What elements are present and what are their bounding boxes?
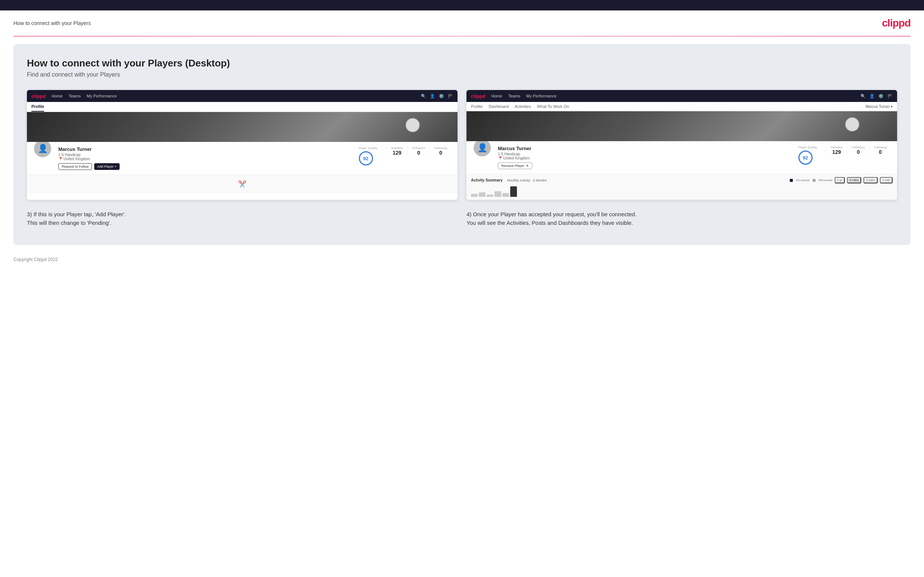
nav-icons-1: 🔍 👤 ⚙️ 🏴 (421, 94, 453, 98)
tab-profile-1[interactable]: Profile (31, 102, 44, 112)
quality-wrapper-1: Player Quality 92 (356, 147, 381, 166)
tabs-right-user-2[interactable]: Marcus Turner ▾ (866, 105, 893, 109)
bar-1 (471, 194, 478, 197)
profile-handicap-1: 1-5 Handicap (58, 153, 350, 157)
nav-home-1[interactable]: Home (52, 94, 62, 98)
flag-icon-1[interactable]: 🏴 (448, 94, 453, 98)
legend-offcourse (813, 179, 816, 182)
flag-icon-2[interactable]: 🏴 (887, 94, 893, 98)
hero-banner-2 (467, 111, 897, 141)
request-follow-button-1[interactable]: Request to Follow (58, 163, 92, 170)
tab-profile-2[interactable]: Profile (471, 102, 483, 111)
footer: Copyright Clippd 2022 (0, 253, 924, 267)
quality-label-1: Player Quality (359, 147, 378, 150)
caption-4-text: 4) Once your Player has accepted your re… (467, 211, 636, 226)
header-divider (13, 36, 911, 37)
stats-row-1: Activities 129 Followers 0 Following 0 (386, 147, 452, 156)
location-icon-1: 📍 (58, 157, 63, 161)
legend: On course Off course (790, 179, 832, 182)
filter-3mths[interactable]: 3 mths (863, 177, 878, 184)
bar-3 (487, 195, 493, 197)
remove-player-button-2[interactable]: Remove Player ✕ (498, 163, 532, 169)
nav-teams-1[interactable]: Teams (69, 94, 81, 98)
bar-4 (494, 191, 501, 197)
profile-location-2: 📍 United Kingdom (498, 156, 790, 160)
app-logo-2: clippd (471, 93, 485, 99)
profile-buttons-2: Remove Player ✕ (498, 163, 790, 169)
profile-buttons-1: Request to Follow Add Player + (58, 163, 350, 170)
activity-summary: Activity Summary Monthly Activity · 6 Mo… (467, 174, 897, 200)
caption-3-text: 3) If this is your Player tap, 'Add Play… (27, 211, 126, 226)
avatar-icon-2: 👤 (477, 143, 488, 153)
caption-4: 4) Once your Player has accepted your re… (467, 210, 897, 227)
app-logo-1: clippd (31, 93, 45, 99)
app-nav-1: clippd Home Teams My Performance 🔍 👤 ⚙️ … (27, 90, 457, 102)
settings-icon-2[interactable]: ⚙️ (879, 94, 884, 98)
nav-icons-2: 🔍 👤 ⚙️ 🏴 (861, 94, 893, 98)
location-icon-2: 📍 (498, 156, 502, 160)
search-icon-2[interactable]: 🔍 (861, 94, 866, 98)
add-player-button-1[interactable]: Add Player + (94, 163, 120, 170)
app-nav-2: clippd Home Teams My Performance 🔍 👤 ⚙️ … (467, 90, 897, 102)
stat-activities-1: Activities 129 (386, 147, 407, 156)
activity-filters: On course Off course 1 yr 6 mths 3 mths … (790, 177, 893, 184)
header-title: How to connect with your Players (13, 20, 91, 26)
stat-following-2: Following 0 (869, 146, 891, 155)
quality-label-2: Player Quality (798, 146, 817, 149)
profile-handicap-2: 1-5 Handicap (498, 152, 790, 156)
quality-circle-1: 92 (359, 151, 373, 166)
remove-icon-2: ✕ (526, 164, 529, 168)
quality-circle-2: 92 (798, 150, 813, 165)
screenshots-row: clippd Home Teams My Performance 🔍 👤 ⚙️ … (27, 90, 897, 200)
stat-followers-1: Followers 0 (407, 147, 430, 156)
activity-header: Activity Summary Monthly Activity · 6 Mo… (471, 177, 893, 184)
stat-followers-2: Followers 0 (847, 146, 869, 155)
avatar-icon-1: 👤 (38, 144, 48, 153)
main-content: How to connect with your Players (Deskto… (13, 44, 911, 245)
filter-6mths[interactable]: 6 mths (847, 177, 861, 184)
bar-6 (510, 186, 517, 197)
nav-myperformance-2[interactable]: My Performance (526, 94, 557, 98)
activity-chart (471, 185, 893, 197)
legend-oncourse (790, 179, 793, 182)
tabs-1: Profile (27, 102, 457, 112)
screenshot-bottom-1: ✂️ (27, 175, 457, 193)
stat-activities-2: Activities 129 (826, 146, 847, 155)
tabs-2: Profile Dashboard Activities What To Wor… (467, 102, 897, 111)
profile-section-1: 👤 Marcus Turner 1-5 Handicap 📍 United Ki… (27, 142, 457, 175)
captions-row: 3) If this is your Player tap, 'Add Play… (27, 210, 897, 227)
user-icon-1[interactable]: 👤 (430, 94, 435, 98)
bar-5 (502, 193, 509, 197)
scissors-icon-1: ✂️ (238, 180, 246, 188)
bar-2 (479, 192, 486, 197)
profile-info-2: Marcus Turner 1-5 Handicap 📍 United King… (498, 146, 790, 169)
nav-myperformance-1[interactable]: My Performance (87, 94, 117, 98)
filter-1yr[interactable]: 1 yr (835, 177, 845, 184)
page-heading: How to connect with your Players (Deskto… (27, 58, 897, 69)
activity-title: Activity Summary (471, 178, 502, 182)
profile-name-2: Marcus Turner (498, 146, 790, 151)
hero-banner-1 (27, 112, 457, 142)
nav-home-2[interactable]: Home (491, 94, 502, 98)
profile-section-2: 👤 Marcus Turner 1-5 Handicap 📍 United Ki… (467, 141, 897, 174)
header: How to connect with your Players clippd (0, 10, 924, 36)
logo: clippd (882, 17, 911, 29)
stat-following-1: Following 0 (430, 147, 452, 156)
screenshot-2: clippd Home Teams My Performance 🔍 👤 ⚙️ … (467, 90, 897, 200)
filter-1mth[interactable]: 1 mth (880, 177, 893, 184)
profile-name-1: Marcus Turner (58, 147, 350, 152)
caption-3: 3) If this is your Player tap, 'Add Play… (27, 210, 457, 227)
user-icon-2[interactable]: 👤 (869, 94, 875, 98)
quality-wrapper-2: Player Quality 92 (795, 146, 820, 165)
top-bar (0, 0, 924, 10)
tab-whattoworkon-2[interactable]: What To Work On (537, 102, 569, 111)
activity-period: Monthly Activity · 6 Months (507, 179, 547, 182)
settings-icon-1[interactable]: ⚙️ (439, 94, 444, 98)
screenshot-1: clippd Home Teams My Performance 🔍 👤 ⚙️ … (27, 90, 457, 200)
tab-activities-2[interactable]: Activities (515, 102, 531, 111)
stats-row-2: Activities 129 Followers 0 Following 0 (826, 146, 891, 155)
tab-dashboard-2[interactable]: Dashboard (489, 102, 509, 111)
nav-teams-2[interactable]: Teams (508, 94, 520, 98)
search-icon-1[interactable]: 🔍 (421, 94, 426, 98)
copyright: Copyright Clippd 2022 (13, 257, 58, 262)
